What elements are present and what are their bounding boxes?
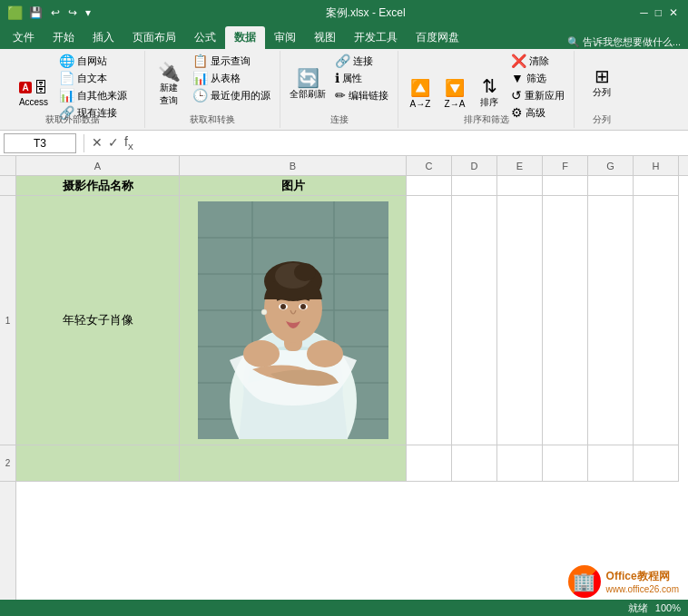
cell-b3[interactable] xyxy=(180,445,407,482)
properties-icon: ℹ xyxy=(335,71,339,85)
columns-group-label: 分列 xyxy=(593,113,611,126)
tab-view[interactable]: 视图 xyxy=(305,26,345,49)
redo-button[interactable]: ↪ xyxy=(65,5,80,20)
cell-b1[interactable]: 图片 xyxy=(180,176,407,196)
watermark: 🏢 Office教程网 www.office26.com xyxy=(568,565,679,598)
clear-label: 清除 xyxy=(529,54,549,68)
sort-asc-button[interactable]: 🔼 A→Z xyxy=(404,76,437,111)
other-icon: 📊 xyxy=(59,88,74,103)
recent-sources-button[interactable]: 🕒 最近使用的源 xyxy=(189,87,274,103)
group-transform: 🔌 新建查询 📋 显示查询 📊 从表格 🕒 最近使用的源 获取和转换 xyxy=(145,51,280,128)
filter-icon: ▼ xyxy=(511,71,524,85)
group-sort-filter: 🔼 A→Z 🔽 Z→A ⇅ 排序 ❌ 清除 ▼ 筛选 xyxy=(398,51,575,128)
tab-developer[interactable]: 开发工具 xyxy=(345,26,407,49)
col-header-g: G xyxy=(588,156,634,175)
sort-filter-label: 排序和筛选 xyxy=(464,113,509,126)
connections-button[interactable]: 🔗 连接 xyxy=(331,53,392,69)
sort-za-label: Z→A xyxy=(445,99,466,109)
office-logo: 🏢 xyxy=(568,565,601,598)
recent-icon: 🕒 xyxy=(192,88,208,103)
cell-a2[interactable]: 年轻女子肖像 xyxy=(16,196,180,445)
reapply-icon: ↺ xyxy=(511,88,522,103)
access-button[interactable]: A 🗄 Access xyxy=(14,78,54,109)
website-icon: 🌐 xyxy=(59,54,74,68)
cell-h3[interactable] xyxy=(634,445,679,482)
sort-button[interactable]: ⇅ 排序 xyxy=(473,75,506,111)
tab-insert[interactable]: 插入 xyxy=(84,26,123,49)
split-column-button[interactable]: ⊞ 分列 xyxy=(585,65,618,101)
conn-col: 🔗 连接 ℹ 属性 ✏ 编辑链接 xyxy=(331,53,392,116)
tab-home[interactable]: 开始 xyxy=(44,26,84,49)
tab-data[interactable]: 数据 xyxy=(225,26,265,49)
portrait-image xyxy=(198,201,388,439)
cell-f1[interactable] xyxy=(543,176,588,196)
advanced-label: 高级 xyxy=(526,106,545,120)
filter-button[interactable]: ▼ 筛选 xyxy=(507,70,568,86)
reapply-button[interactable]: ↺ 重新应用 xyxy=(507,87,568,103)
connections-label: 连接 xyxy=(353,54,373,68)
advanced-button[interactable]: ⚙ 高级 xyxy=(507,104,568,121)
tab-review[interactable]: 审阅 xyxy=(265,26,305,49)
cell-f2[interactable] xyxy=(543,196,588,445)
filter-label: 筛选 xyxy=(526,72,546,85)
show-query-button[interactable]: 📋 显示查询 xyxy=(189,53,274,69)
undo-button[interactable]: ↩ xyxy=(48,5,63,20)
svg-point-23 xyxy=(307,340,343,367)
grid-header-row: 摄影作品名称 图片 xyxy=(16,176,688,196)
properties-button[interactable]: ℹ 属性 xyxy=(331,70,392,86)
cell-b2-photo[interactable] xyxy=(180,196,407,445)
split-label: 分列 xyxy=(593,86,611,99)
minimize-button[interactable]: ─ xyxy=(637,5,651,20)
cell-a3[interactable] xyxy=(16,445,180,482)
col-header-b: B xyxy=(180,156,407,175)
sort-desc-button[interactable]: 🔽 Z→A xyxy=(438,76,471,111)
cell-h2[interactable] xyxy=(634,196,679,445)
properties-label: 属性 xyxy=(342,72,362,85)
cell-g3[interactable] xyxy=(588,445,634,482)
clear-button[interactable]: ❌ 清除 xyxy=(507,53,568,69)
cell-e2[interactable] xyxy=(497,196,543,445)
tab-pagelayout[interactable]: 页面布局 xyxy=(123,26,185,49)
other-sources-button[interactable]: 📊 自其他来源 xyxy=(55,87,131,103)
quick-access-toolbar: 💾 ↩ ↪ ▾ xyxy=(26,5,93,20)
text-label: 自文本 xyxy=(77,72,107,85)
cell-g1[interactable] xyxy=(588,176,634,196)
other-label: 自其他来源 xyxy=(77,89,127,103)
svg-point-16 xyxy=(294,263,316,281)
tab-file[interactable]: 文件 xyxy=(4,26,44,49)
cell-d2[interactable] xyxy=(452,196,497,445)
col-header-f: F xyxy=(543,156,588,175)
col-header-d: D xyxy=(452,156,497,175)
new-query-button[interactable]: 🔌 新建查询 xyxy=(151,61,187,109)
save-button[interactable]: 💾 xyxy=(26,5,45,20)
cell-c3[interactable] xyxy=(407,445,452,482)
cell-f3[interactable] xyxy=(543,445,588,482)
cell-g2[interactable] xyxy=(588,196,634,445)
new-query-label: 新建查询 xyxy=(160,82,178,107)
refresh-all-button[interactable]: 🔄 全部刷新 xyxy=(286,67,329,103)
zoom-level: 100% xyxy=(655,602,681,613)
tab-baiduyun[interactable]: 百度网盘 xyxy=(407,26,468,49)
cell-d1[interactable] xyxy=(452,176,497,196)
cell-h1[interactable] xyxy=(634,176,679,196)
customize-button[interactable]: ▾ xyxy=(83,5,93,20)
window-title: 案例.xlsx - Excel xyxy=(93,5,637,21)
text-button[interactable]: 📄 自文本 xyxy=(55,70,131,86)
cell-c1[interactable] xyxy=(407,176,452,196)
cell-d3[interactable] xyxy=(452,445,497,482)
watermark-url: www.office26.com xyxy=(606,584,679,594)
from-table-icon: 📊 xyxy=(192,71,208,85)
ribbon-tabs: 文件 开始 插入 页面布局 公式 数据 审阅 视图 开发工具 百度网盘 🔍 告诉… xyxy=(0,25,688,49)
cell-e3[interactable] xyxy=(497,445,543,482)
from-table-button[interactable]: 📊 从表格 xyxy=(189,70,274,86)
edit-links-button[interactable]: ✏ 编辑链接 xyxy=(331,87,392,103)
cell-e1[interactable] xyxy=(497,176,543,196)
close-button[interactable]: ✕ xyxy=(666,5,681,20)
tab-formulas[interactable]: 公式 xyxy=(185,26,225,49)
connections-icon: 🔗 xyxy=(335,54,350,68)
maximize-button[interactable]: □ xyxy=(653,5,664,20)
website-button[interactable]: 🌐 自网站 xyxy=(55,53,131,69)
cell-a1[interactable]: 摄影作品名称 xyxy=(16,176,180,196)
grid-rows: 摄影作品名称 图片 年轻女子肖像 xyxy=(16,176,688,482)
cell-c2[interactable] xyxy=(407,196,452,445)
